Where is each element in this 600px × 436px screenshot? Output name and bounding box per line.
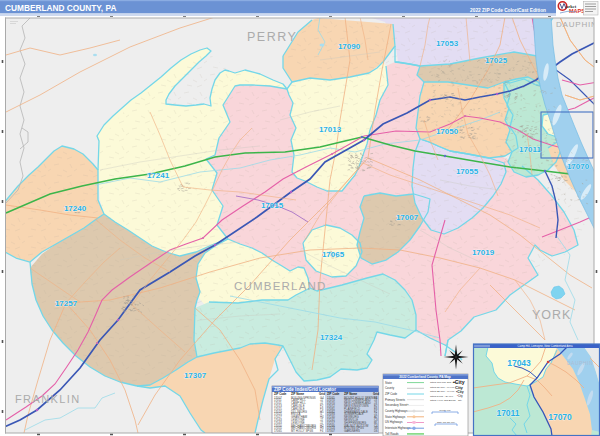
svg-text:DAUPHIN: DAUPHIN (567, 360, 593, 366)
svg-text:17055: 17055 (456, 167, 479, 176)
svg-text:17070: 17070 (567, 162, 590, 171)
svg-text:Secondary Streets: Secondary Streets (385, 403, 409, 407)
svg-text:17307: 17307 (184, 371, 207, 380)
svg-text:County: County (385, 386, 395, 390)
svg-text:Cities and Towns: Cities and Towns (429, 377, 449, 380)
svg-text:DAUPHIN: DAUPHIN (556, 20, 598, 29)
svg-text:17025: 17025 (485, 56, 508, 65)
svg-text:CUMBERLAND COUNTY, PA: CUMBERLAND COUNTY, PA (5, 3, 116, 13)
svg-text:MAPS: MAPS (569, 8, 585, 14)
svg-text:ZIP Code: ZIP Code (385, 392, 398, 396)
svg-text:Cities 5,001 - 24,999: Cities 5,001 - 24,999 (430, 395, 454, 398)
svg-text:•City: •City (456, 390, 464, 394)
svg-text:2022 ZIP Code Color/Cast Editi: 2022 ZIP Code Color/Cast Edition (470, 8, 546, 13)
svg-text:17324: 17324 (320, 333, 343, 342)
svg-text:County Line: County Line (439, 409, 451, 411)
svg-text:GARDNERS: GARDNERS (344, 429, 360, 433)
svg-text:17070: 17070 (548, 412, 572, 422)
svg-text:17065: 17065 (274, 429, 282, 433)
svg-text:Cities 25,000 - 49,999: Cities 25,000 - 49,999 (430, 390, 455, 393)
svg-text:Cities 50,000 - 99,999: Cities 50,000 - 99,999 (430, 386, 455, 389)
svg-text:17050: 17050 (436, 127, 459, 136)
svg-text:County Highways: County Highways (385, 409, 408, 413)
svg-text:State Highways: State Highways (385, 415, 406, 419)
svg-text:State and ZIP Line: State and ZIP Line (437, 421, 456, 423)
svg-text:ZIP Code Index/Grid Locator: ZIP Code Index/Grid Locator (274, 387, 336, 392)
svg-text:Toll Roads: Toll Roads (385, 432, 399, 436)
svg-text:PERRY: PERRY (247, 30, 297, 44)
svg-text:17065: 17065 (322, 250, 345, 259)
svg-text:17090: 17090 (338, 42, 361, 51)
svg-text:Camp Hill, Lemoyne, New Cumber: Camp Hill, Lemoyne, New Cumberland Area (518, 344, 573, 348)
svg-text:CUMBERLAND: CUMBERLAND (234, 280, 327, 292)
svg-text:US Highways: US Highways (385, 420, 403, 424)
svg-text:Primary Streets: Primary Streets (385, 398, 405, 402)
svg-text:17007: 17007 (396, 213, 419, 222)
svg-text:17307: 17307 (327, 429, 335, 433)
svg-text:17011: 17011 (496, 408, 519, 418)
svg-text:D6: D6 (374, 429, 378, 433)
svg-text:City: City (455, 385, 464, 390)
svg-text:17011: 17011 (519, 145, 541, 154)
svg-text:FRANKLIN: FRANKLIN (15, 393, 81, 405)
svg-text:•City: •City (457, 394, 463, 398)
svg-text:17015: 17015 (261, 201, 284, 210)
svg-text:Cities 4,999 and Below: Cities 4,999 and Below (430, 399, 456, 402)
svg-text:17019: 17019 (472, 248, 495, 257)
svg-text:F4: F4 (320, 429, 324, 433)
svg-text:State: State (385, 381, 392, 385)
svg-text:17257: 17257 (55, 299, 78, 308)
svg-text:17013: 17013 (319, 125, 342, 134)
svg-text:MT HOLLY SPGS: MT HOLLY SPGS (291, 429, 313, 433)
svg-text:17240: 17240 (64, 204, 87, 213)
svg-text:YORK: YORK (532, 308, 571, 322)
svg-text:17053: 17053 (436, 39, 459, 48)
svg-text:17241: 17241 (147, 171, 170, 180)
svg-text:17043: 17043 (507, 358, 531, 368)
